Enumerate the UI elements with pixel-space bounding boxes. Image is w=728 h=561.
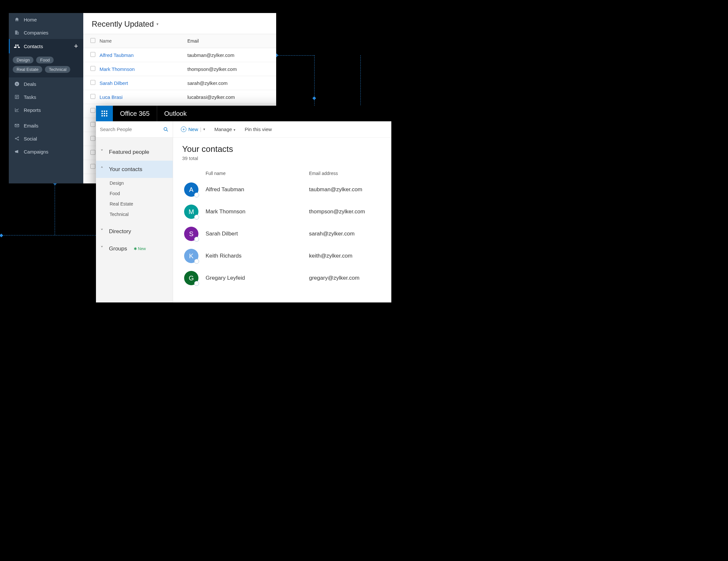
crm-tag-list: Design Food Real Estate Technical [9,53,83,77]
outlook-left-nav: ˅ Featured people ˄ Your contacts Design… [96,121,173,302]
column-email[interactable]: Email [187,38,269,44]
sidebar-item-campaigns[interactable]: Campaigns [9,145,83,158]
nav-your-contacts[interactable]: ˄ Your contacts [96,161,173,178]
sidebar-item-label: Home [24,17,37,22]
contact-row[interactable]: SSarah Dilbertsarah@zylker.com [173,223,391,245]
sidebar-item-tasks[interactable]: Tasks [9,90,83,103]
table-row[interactable]: Sarah Dilbert sarah@zylker.com [83,76,276,90]
app-label[interactable]: Outlook [157,106,194,121]
checkbox[interactable] [90,52,95,57]
search-icon[interactable] [163,127,169,132]
contact-full-name: Alfred Taubman [206,186,309,193]
nav-sub-technical[interactable]: Technical [96,209,173,220]
brand-label: Office 365 [113,106,157,121]
tag-food[interactable]: Food [36,57,54,63]
column-full-name[interactable]: Full name [206,171,309,176]
avatar: M [184,205,198,219]
contact-name-link[interactable]: Mark Thomnson [100,66,187,72]
checkbox-all[interactable] [90,38,95,43]
plus-circle-icon: + [181,127,186,132]
svg-rect-9 [106,111,107,112]
svg-rect-14 [104,115,105,116]
sidebar-item-label: Contacts [24,44,43,49]
connector-line [55,183,55,235]
checkbox[interactable] [90,66,95,71]
new-badge: New [134,247,146,251]
checklist-icon [14,94,20,100]
contact-name-link[interactable]: Luca Brasi [100,94,187,100]
nav-label: Your contacts [109,166,142,173]
tag-real-estate[interactable]: Real Estate [13,66,42,73]
crm-view-selector[interactable]: Recently Updated ▾ [83,13,276,34]
svg-rect-15 [106,115,107,116]
chart-icon [14,107,20,113]
sidebar-item-companies[interactable]: Companies [9,26,83,39]
table-row[interactable]: Alfred Taubman taubman@zylker.com [83,48,276,62]
chevron-down-icon: ˅ [101,245,105,252]
nav-sub-design[interactable]: Design [96,178,173,188]
outlook-window: Office 365 Outlook ˅ Featured people ˄ Y… [96,106,391,302]
new-button[interactable]: + New | ▾ [181,127,205,132]
contact-count: 39 total [182,155,382,161]
sidebar-item-label: Campaigns [24,149,48,154]
table-row[interactable]: Luca Brasi lucabrasi@zylker.com [83,90,276,104]
checkbox[interactable] [90,164,95,169]
outlook-toolbar: + New | ▾ Manage Pin this view [173,121,391,138]
search-input[interactable] [100,127,163,132]
crm-sidebar: Home Companies Contacts + Design Food Re… [9,13,83,183]
sidebar-item-deals[interactable]: $ Deals [9,77,83,90]
nav-featured-people[interactable]: ˅ Featured people [96,143,173,161]
chevron-down-icon: ▾ [156,22,158,26]
checkbox[interactable] [90,108,95,113]
contact-email: thompson@zylker.com [309,208,382,215]
checkbox[interactable] [90,150,95,155]
sidebar-item-label: Emails [24,123,38,128]
contact-email: gregary@zylker.com [309,275,382,281]
contact-email: sarah@zylker.com [187,80,269,86]
pin-view-button[interactable]: Pin this view [245,127,272,132]
svg-text:$: $ [16,83,18,86]
contact-email: sarah@zylker.com [309,231,382,237]
table-row[interactable]: Mark Thomnson thompson@zylker.com [83,62,276,76]
contact-name-link[interactable]: Alfred Taubman [100,52,187,58]
nav-sub-real-estate[interactable]: Real Estate [96,199,173,209]
checkbox[interactable] [90,122,95,127]
column-name[interactable]: Name [100,38,187,44]
home-icon [14,17,20,22]
checkbox[interactable] [90,136,95,141]
crm-table-header: Name Email [83,34,276,48]
contact-row[interactable]: MMark Thomnsonthompson@zylker.com [173,201,391,223]
avatar: K [184,249,198,263]
contact-row[interactable]: KKeith Richardskeith@zylker.com [173,245,391,267]
svg-point-6 [18,140,19,140]
app-launcher-button[interactable] [96,106,113,121]
contact-email: thompson@zylker.com [187,66,269,72]
checkbox[interactable] [90,80,95,85]
sidebar-item-social[interactable]: Social [9,132,83,145]
nav-groups[interactable]: ˅ Groups New [96,240,173,257]
nav-directory[interactable]: ˅ Directory [96,223,173,240]
tag-design[interactable]: Design [13,57,34,63]
search-people[interactable] [96,121,173,138]
svg-rect-12 [106,113,107,114]
share-icon [14,136,20,141]
manage-button[interactable]: Manage [214,127,236,132]
contact-full-name: Sarah Dilbert [206,231,309,237]
add-contact-button[interactable]: + [74,43,78,50]
checkbox[interactable] [90,94,95,99]
building-icon [14,30,20,35]
avatar: G [184,271,198,285]
chevron-down-icon[interactable]: ▾ [203,127,205,131]
tag-technical[interactable]: Technical [45,66,70,73]
dollar-icon: $ [14,81,20,87]
sidebar-item-home[interactable]: Home [9,13,83,26]
sidebar-item-contacts[interactable]: Contacts + [9,39,83,53]
contact-row[interactable]: AAlfred Taubmantaubman@zylker.com [173,179,391,201]
sidebar-item-emails[interactable]: Emails [9,119,83,132]
nav-sub-food[interactable]: Food [96,188,173,199]
sidebar-item-reports[interactable]: Reports [9,103,83,116]
column-email-address[interactable]: Email address [309,171,338,176]
contact-name-link[interactable]: Sarah Dilbert [100,80,187,86]
contact-row[interactable]: GGregary Leyfeidgregary@zylker.com [173,267,391,289]
outlook-top-bar: Office 365 Outlook [96,106,391,121]
